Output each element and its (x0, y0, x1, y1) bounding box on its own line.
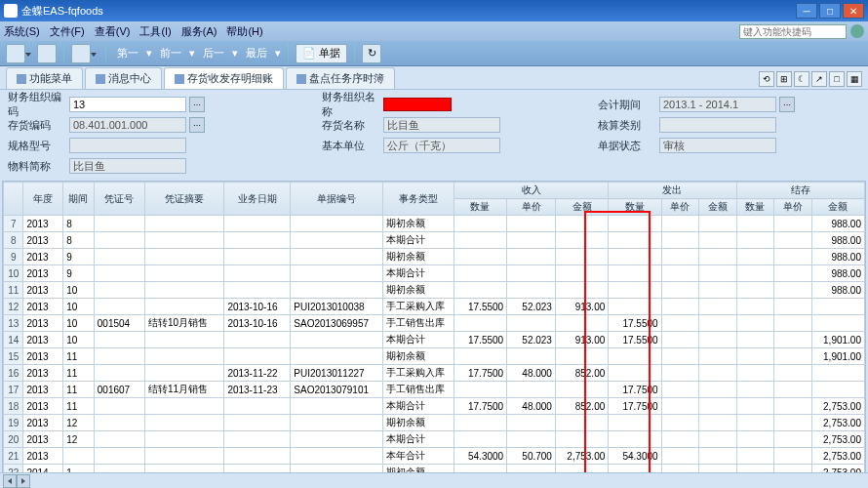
cell[interactable]: 2,753.00 (811, 398, 864, 415)
cell[interactable] (144, 431, 224, 448)
cell[interactable]: 2013 (23, 365, 63, 382)
cell[interactable]: 2013-10-16 (224, 299, 291, 315)
cell[interactable]: 1,901.00 (811, 332, 864, 348)
cell[interactable]: 52.023 (507, 299, 556, 315)
cell[interactable]: 2013 (23, 265, 63, 282)
cell[interactable]: 2013 (23, 232, 63, 249)
cell[interactable] (454, 216, 506, 232)
field-input[interactable] (659, 97, 776, 112)
cell[interactable]: 17.7500 (454, 365, 506, 382)
col-header[interactable]: 期间 (63, 183, 95, 216)
cell[interactable] (774, 431, 811, 448)
table-row[interactable]: 11201310期初余额988.00 (4, 282, 865, 299)
table-row[interactable]: 18201311本期合计17.750048.000852.0017.75002,… (4, 398, 865, 415)
cell[interactable] (661, 398, 698, 415)
cell[interactable] (699, 382, 736, 398)
field-input[interactable] (383, 138, 500, 153)
field-input[interactable] (69, 117, 186, 133)
cell[interactable] (774, 232, 811, 249)
menu-item[interactable]: 帮助(H) (226, 25, 262, 37)
cell[interactable]: 8 (63, 232, 95, 249)
menu-item[interactable]: 查看(V) (95, 25, 131, 37)
col-header[interactable]: 数量 (454, 199, 506, 216)
cell[interactable]: PUI2013010038 (291, 299, 383, 315)
cell[interactable]: 988.00 (811, 282, 864, 299)
cell[interactable]: 11 (63, 348, 95, 365)
cell[interactable] (736, 216, 773, 232)
cell[interactable]: 12 (63, 415, 95, 431)
cell[interactable] (774, 315, 811, 332)
cell[interactable] (144, 332, 224, 348)
cell[interactable]: 001504 (94, 315, 144, 332)
cell[interactable] (661, 332, 698, 348)
quickcode-input[interactable] (739, 24, 847, 39)
cell[interactable] (144, 232, 224, 249)
cell[interactable]: 手工销售出库 (383, 315, 454, 332)
cell[interactable] (609, 249, 661, 265)
tool-refresh-icon[interactable]: ↻ (362, 44, 381, 63)
cell[interactable] (699, 431, 736, 448)
cell[interactable] (736, 415, 773, 431)
cell[interactable] (454, 249, 506, 265)
cell[interactable]: 50.700 (507, 448, 556, 465)
cell[interactable] (507, 232, 556, 249)
col-header[interactable]: 金额 (811, 199, 864, 216)
cell[interactable]: 手工采购入库 (383, 365, 454, 382)
cell[interactable] (454, 431, 506, 448)
cell[interactable] (94, 398, 144, 415)
nav-first[interactable]: 第一 (117, 46, 138, 61)
cell[interactable] (699, 365, 736, 382)
table-row[interactable]: 920139期初余额988.00 (4, 249, 865, 265)
picker-icon[interactable]: ⋯ (189, 117, 205, 133)
nav-next[interactable]: 后一 (203, 46, 224, 61)
menu-item[interactable]: 系统(S) (4, 25, 40, 37)
menu-item[interactable]: 文件(F) (50, 25, 85, 37)
cell[interactable] (555, 382, 608, 398)
cell[interactable] (94, 216, 144, 232)
cell[interactable] (144, 415, 224, 431)
tabtool-win-icon[interactable]: ⊞ (776, 71, 792, 87)
cell[interactable]: 2,753.00 (555, 448, 608, 465)
cell[interactable] (224, 398, 291, 415)
cell[interactable] (736, 299, 773, 315)
col-group-header[interactable]: 结存 (736, 183, 864, 199)
cell[interactable] (811, 299, 864, 315)
cell[interactable] (736, 232, 773, 249)
cell[interactable] (555, 265, 608, 282)
cell[interactable] (661, 315, 698, 332)
cell[interactable] (661, 299, 698, 315)
cell[interactable]: 1,901.00 (811, 348, 864, 365)
col-header[interactable]: 凭证摘要 (144, 183, 224, 216)
cell[interactable] (454, 265, 506, 282)
cell[interactable] (224, 282, 291, 299)
cell[interactable] (774, 382, 811, 398)
cell[interactable] (224, 232, 291, 249)
field-input[interactable] (69, 138, 186, 153)
cell[interactable] (699, 216, 736, 232)
tool-new-icon[interactable] (6, 44, 25, 63)
cell[interactable]: 001607 (94, 382, 144, 398)
col-group-header[interactable]: 收入 (454, 183, 608, 199)
cell[interactable] (144, 265, 224, 282)
cell[interactable] (736, 448, 773, 465)
cell[interactable] (291, 249, 383, 265)
cell[interactable] (507, 382, 556, 398)
cell[interactable] (811, 382, 864, 398)
col-header[interactable] (4, 183, 23, 216)
cell[interactable]: 10 (63, 282, 95, 299)
col-header[interactable]: 事务类型 (383, 183, 454, 216)
picker-icon[interactable]: ⋯ (779, 97, 795, 112)
cell[interactable]: 结转10月销售 (144, 315, 224, 332)
cell[interactable]: 2013 (23, 282, 63, 299)
col-group-header[interactable]: 发出 (609, 183, 736, 199)
cell[interactable] (609, 365, 661, 382)
cell[interactable] (661, 216, 698, 232)
cell[interactable]: 17.5500 (454, 332, 506, 348)
tool-print-icon[interactable] (71, 44, 91, 63)
cell[interactable] (454, 315, 506, 332)
cell[interactable] (454, 382, 506, 398)
data-grid[interactable]: 年度期间凭证号凭证摘要业务日期单据编号事务类型收入发出结存数量单价金额数量单价金… (2, 181, 866, 488)
cell[interactable] (224, 332, 291, 348)
table-row[interactable]: 15201311期初余额1,901.00 (4, 348, 865, 365)
cell[interactable] (736, 431, 773, 448)
